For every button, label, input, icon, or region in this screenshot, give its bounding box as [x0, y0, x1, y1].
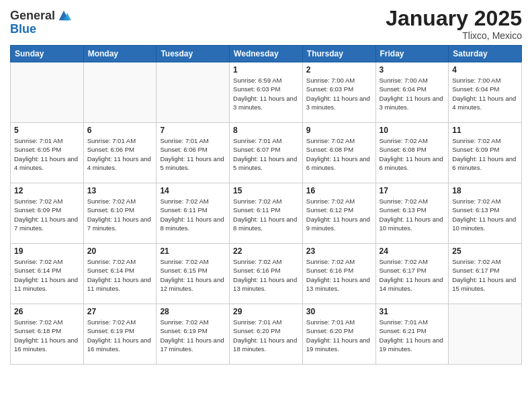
calendar-cell: 21Sunrise: 7:02 AM Sunset: 6:15 PM Dayli…: [157, 244, 230, 304]
day-info: Sunrise: 7:01 AM Sunset: 6:21 PM Dayligh…: [380, 318, 445, 353]
day-number: 23: [306, 246, 372, 256]
calendar-cell: 5Sunrise: 7:01 AM Sunset: 6:05 PM Daylig…: [11, 123, 84, 183]
calendar-cell: 7Sunrise: 7:01 AM Sunset: 6:06 PM Daylig…: [157, 123, 230, 183]
calendar-week-1: 1Sunrise: 6:59 AM Sunset: 6:03 PM Daylig…: [11, 62, 522, 123]
calendar-week-4: 19Sunrise: 7:02 AM Sunset: 6:14 PM Dayli…: [11, 244, 522, 304]
calendar-header-row: SundayMondayTuesdayWednesdayThursdayFrid…: [11, 46, 522, 62]
day-info: Sunrise: 7:02 AM Sunset: 6:14 PM Dayligh…: [87, 257, 153, 293]
day-number: 24: [380, 246, 445, 256]
calendar-week-5: 26Sunrise: 7:02 AM Sunset: 6:18 PM Dayli…: [11, 304, 522, 365]
day-info: Sunrise: 7:02 AM Sunset: 6:11 PM Dayligh…: [233, 197, 299, 232]
day-info: Sunrise: 7:02 AM Sunset: 6:12 PM Dayligh…: [306, 197, 372, 232]
weekday-header-monday: Monday: [83, 46, 157, 62]
day-number: 4: [452, 65, 518, 75]
day-number: 3: [380, 65, 445, 75]
day-number: 30: [306, 307, 372, 316]
day-info: Sunrise: 7:01 AM Sunset: 6:07 PM Dayligh…: [233, 136, 299, 172]
calendar-cell: 16Sunrise: 7:02 AM Sunset: 6:12 PM Dayli…: [302, 183, 375, 244]
day-info: Sunrise: 7:02 AM Sunset: 6:11 PM Dayligh…: [160, 197, 226, 232]
calendar-cell: 18Sunrise: 7:02 AM Sunset: 6:13 PM Dayli…: [449, 183, 522, 244]
day-number: 15: [233, 186, 299, 195]
calendar-cell: [449, 304, 522, 365]
title-block: January 2025 Tlixco, Mexico: [386, 7, 522, 41]
calendar-cell: 13Sunrise: 7:02 AM Sunset: 6:10 PM Dayli…: [83, 183, 157, 244]
calendar-cell: 3Sunrise: 7:00 AM Sunset: 6:04 PM Daylig…: [375, 62, 449, 123]
day-number: 28: [160, 307, 226, 316]
day-info: Sunrise: 7:00 AM Sunset: 6:04 PM Dayligh…: [380, 76, 445, 111]
day-info: Sunrise: 7:00 AM Sunset: 6:03 PM Dayligh…: [306, 76, 372, 111]
day-number: 21: [160, 246, 226, 256]
calendar-cell: 29Sunrise: 7:01 AM Sunset: 6:20 PM Dayli…: [230, 304, 303, 365]
logo: General Blue: [10, 9, 71, 36]
weekday-header-wednesday: Wednesday: [230, 46, 303, 62]
day-info: Sunrise: 7:02 AM Sunset: 6:13 PM Dayligh…: [380, 197, 445, 232]
day-info: Sunrise: 7:02 AM Sunset: 6:15 PM Dayligh…: [160, 257, 226, 293]
calendar-cell: 22Sunrise: 7:02 AM Sunset: 6:16 PM Dayli…: [230, 244, 303, 304]
logo-blue-text: Blue: [10, 23, 71, 36]
calendar-table: SundayMondayTuesdayWednesdayThursdayFrid…: [10, 45, 522, 365]
calendar-cell: 17Sunrise: 7:02 AM Sunset: 6:13 PM Dayli…: [375, 183, 449, 244]
header: General Blue January 2025 Tlixco, Mexico: [10, 7, 522, 41]
day-info: Sunrise: 7:02 AM Sunset: 6:17 PM Dayligh…: [452, 257, 518, 293]
day-number: 1: [233, 65, 299, 75]
day-info: Sunrise: 7:02 AM Sunset: 6:13 PM Dayligh…: [452, 197, 518, 232]
day-info: Sunrise: 7:01 AM Sunset: 6:06 PM Dayligh…: [87, 136, 153, 172]
calendar-cell: 6Sunrise: 7:01 AM Sunset: 6:06 PM Daylig…: [83, 123, 157, 183]
day-info: Sunrise: 7:02 AM Sunset: 6:09 PM Dayligh…: [14, 197, 80, 232]
day-info: Sunrise: 7:02 AM Sunset: 6:14 PM Dayligh…: [14, 257, 80, 293]
calendar-cell: [11, 62, 84, 123]
calendar-cell: 14Sunrise: 7:02 AM Sunset: 6:11 PM Dayli…: [157, 183, 230, 244]
day-number: 31: [380, 307, 445, 316]
day-number: 11: [452, 126, 518, 135]
day-info: Sunrise: 7:02 AM Sunset: 6:19 PM Dayligh…: [160, 318, 226, 353]
day-info: Sunrise: 7:02 AM Sunset: 6:08 PM Dayligh…: [306, 136, 372, 172]
calendar-cell: 23Sunrise: 7:02 AM Sunset: 6:16 PM Dayli…: [302, 244, 375, 304]
calendar-cell: [157, 62, 230, 123]
day-number: 12: [14, 186, 80, 195]
calendar-cell: 10Sunrise: 7:02 AM Sunset: 6:08 PM Dayli…: [375, 123, 449, 183]
calendar-cell: 27Sunrise: 7:02 AM Sunset: 6:19 PM Dayli…: [83, 304, 157, 365]
day-number: 19: [14, 246, 80, 256]
weekday-header-tuesday: Tuesday: [157, 46, 230, 62]
day-info: Sunrise: 7:02 AM Sunset: 6:19 PM Dayligh…: [87, 318, 153, 353]
day-number: 10: [380, 126, 445, 135]
weekday-header-thursday: Thursday: [302, 46, 375, 62]
day-number: 29: [233, 307, 299, 316]
day-info: Sunrise: 6:59 AM Sunset: 6:03 PM Dayligh…: [233, 76, 299, 111]
day-info: Sunrise: 7:01 AM Sunset: 6:20 PM Dayligh…: [306, 318, 372, 353]
day-number: 27: [87, 307, 153, 316]
calendar-week-3: 12Sunrise: 7:02 AM Sunset: 6:09 PM Dayli…: [11, 183, 522, 244]
calendar-cell: 19Sunrise: 7:02 AM Sunset: 6:14 PM Dayli…: [11, 244, 84, 304]
calendar-cell: 31Sunrise: 7:01 AM Sunset: 6:21 PM Dayli…: [375, 304, 449, 365]
calendar-cell: 30Sunrise: 7:01 AM Sunset: 6:20 PM Dayli…: [302, 304, 375, 365]
day-info: Sunrise: 7:02 AM Sunset: 6:16 PM Dayligh…: [233, 257, 299, 293]
calendar-cell: 24Sunrise: 7:02 AM Sunset: 6:17 PM Dayli…: [375, 244, 449, 304]
day-number: 18: [452, 186, 518, 195]
day-number: 5: [14, 126, 80, 135]
day-number: 17: [380, 186, 445, 195]
calendar-cell: 20Sunrise: 7:02 AM Sunset: 6:14 PM Dayli…: [83, 244, 157, 304]
day-number: 7: [160, 126, 226, 135]
calendar-cell: 8Sunrise: 7:01 AM Sunset: 6:07 PM Daylig…: [230, 123, 303, 183]
day-info: Sunrise: 7:02 AM Sunset: 6:17 PM Dayligh…: [380, 257, 445, 293]
location-title: Tlixco, Mexico: [386, 30, 522, 41]
calendar-cell: 9Sunrise: 7:02 AM Sunset: 6:08 PM Daylig…: [302, 123, 375, 183]
day-number: 14: [160, 186, 226, 195]
calendar-cell: 4Sunrise: 7:00 AM Sunset: 6:04 PM Daylig…: [449, 62, 522, 123]
day-info: Sunrise: 7:02 AM Sunset: 6:10 PM Dayligh…: [87, 197, 153, 232]
day-number: 6: [87, 126, 153, 135]
day-info: Sunrise: 7:01 AM Sunset: 6:20 PM Dayligh…: [233, 318, 299, 353]
month-title: January 2025: [386, 7, 522, 30]
logo-general-text: General: [10, 9, 55, 23]
calendar-cell: [83, 62, 157, 123]
day-number: 20: [87, 246, 153, 256]
logo-icon: [56, 8, 71, 23]
day-info: Sunrise: 7:01 AM Sunset: 6:05 PM Dayligh…: [14, 136, 80, 172]
calendar-cell: 25Sunrise: 7:02 AM Sunset: 6:17 PM Dayli…: [449, 244, 522, 304]
day-info: Sunrise: 7:02 AM Sunset: 6:16 PM Dayligh…: [306, 257, 372, 293]
day-number: 16: [306, 186, 372, 195]
day-info: Sunrise: 7:00 AM Sunset: 6:04 PM Dayligh…: [452, 76, 518, 111]
day-info: Sunrise: 7:02 AM Sunset: 6:09 PM Dayligh…: [452, 136, 518, 172]
weekday-header-saturday: Saturday: [449, 46, 522, 62]
calendar-cell: 1Sunrise: 6:59 AM Sunset: 6:03 PM Daylig…: [230, 62, 303, 123]
